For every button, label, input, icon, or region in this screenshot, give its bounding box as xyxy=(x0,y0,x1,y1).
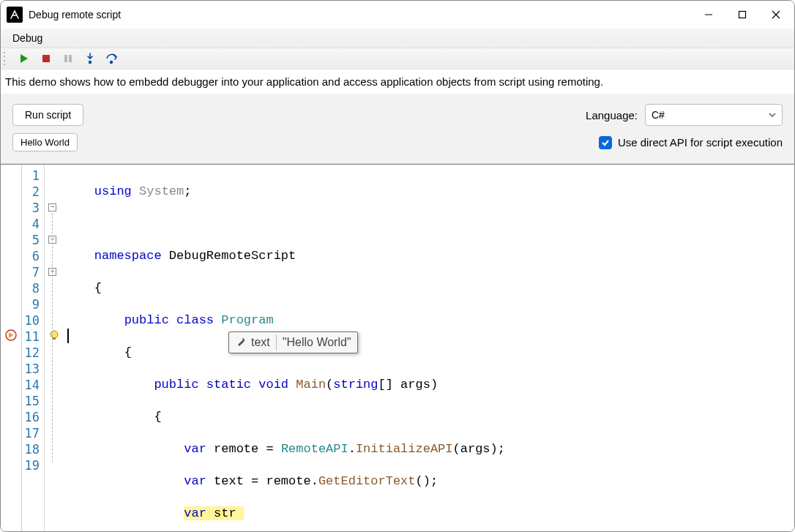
code-editor[interactable]: 12345678910111213141516171819 − − − usin… xyxy=(1,164,794,531)
breakpoint-gutter[interactable] xyxy=(1,165,22,531)
line-numbers: 12345678910111213141516171819 xyxy=(22,165,44,473)
menubar: Debug xyxy=(1,29,794,48)
menu-debug[interactable]: Debug xyxy=(7,31,48,45)
info-text: This demo shows how to embedd debugger i… xyxy=(1,70,794,94)
toolbar xyxy=(1,48,794,70)
svg-rect-3 xyxy=(69,55,72,62)
minimize-button[interactable] xyxy=(692,1,725,29)
close-button[interactable] xyxy=(759,1,793,29)
pause-icon[interactable] xyxy=(61,51,75,66)
step-over-icon[interactable] xyxy=(105,51,119,66)
stop-icon[interactable] xyxy=(39,51,53,66)
app-icon xyxy=(7,7,23,23)
window-title: Debug remote script xyxy=(29,9,121,20)
controls-panel: Run script Language: C# Hello World Use … xyxy=(1,94,794,164)
svg-point-4 xyxy=(89,61,92,64)
code-content[interactable]: using System; namespace DebugRemoteScrip… xyxy=(64,168,794,531)
titlebar: Debug remote script xyxy=(1,1,794,29)
tooltip-var-name: text xyxy=(251,334,270,351)
tooltip-var-value: "Hello World" xyxy=(283,334,351,351)
language-value: C# xyxy=(652,109,665,121)
svg-point-5 xyxy=(110,61,113,64)
language-select[interactable]: C# xyxy=(645,104,783,126)
svg-rect-2 xyxy=(64,55,67,62)
maximize-button[interactable] xyxy=(725,1,759,29)
direct-api-label: Use direct API for script execution xyxy=(618,136,783,149)
current-line-arrow-icon xyxy=(5,329,17,341)
wrench-icon xyxy=(235,337,247,348)
direct-api-checkbox[interactable] xyxy=(599,136,612,149)
debug-tooltip[interactable]: text "Hello World" xyxy=(228,331,358,353)
fold-toggle[interactable]: − xyxy=(48,203,56,211)
hello-world-button[interactable]: Hello World xyxy=(12,133,78,151)
check-icon xyxy=(601,138,610,147)
svg-rect-8 xyxy=(53,337,56,340)
chevron-down-icon xyxy=(769,111,776,119)
svg-rect-1 xyxy=(42,55,50,62)
svg-rect-0 xyxy=(739,12,746,18)
toolbar-grip xyxy=(4,52,8,65)
run-icon[interactable] xyxy=(17,51,31,66)
step-into-icon[interactable] xyxy=(83,51,97,66)
app-window: Debug remote script Debug This demo show… xyxy=(0,0,795,532)
run-script-button[interactable]: Run script xyxy=(12,104,83,126)
language-label: Language: xyxy=(586,109,638,121)
lightbulb-icon[interactable] xyxy=(48,329,60,341)
